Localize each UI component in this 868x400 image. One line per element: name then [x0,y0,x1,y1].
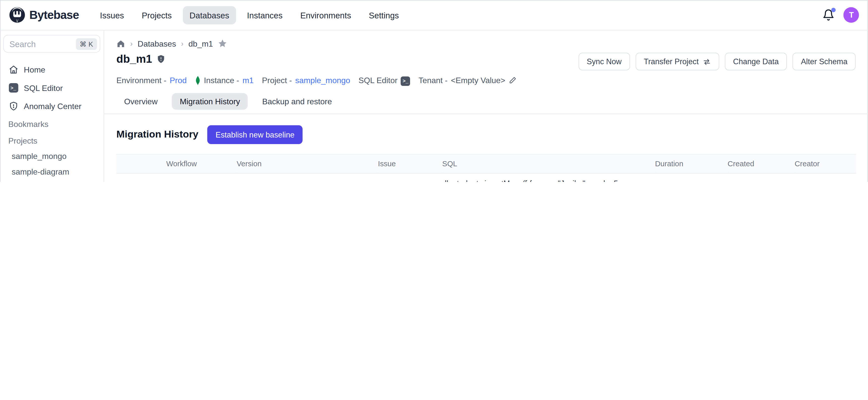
bytebase-logo-icon [9,6,26,23]
workflow-cell: UI [166,173,237,182]
breadcrumb-databases[interactable]: Databases [137,39,176,48]
sidebar-item-sample_mongo[interactable]: sample_mongo [0,149,103,164]
header-right: T [823,7,859,23]
tab-migration-history[interactable]: Migration History [172,93,248,110]
alter-schema-button[interactable]: Alter Schema [793,53,856,70]
breadcrumb: › Databases › db_m1 [104,30,868,48]
transfer-project-button[interactable]: Transfer Project [636,53,719,70]
bookmark-star-icon[interactable] [218,39,227,48]
chevron-right-icon: › [181,39,184,48]
page-title: db_m1 [116,53,152,65]
chevron-right-icon: › [130,39,133,48]
migration-table: Workflow Version Issue SQL Duration Crea… [116,154,856,182]
brand-name: Bytebase [29,8,79,22]
meta-sql-editor[interactable]: SQL Editor >_ [359,75,410,86]
bytebase-logo[interactable]: Bytebase [9,6,79,23]
status-cell: ✓ [116,173,166,182]
top-nav: IssuesProjectsDatabasesInstancesEnvironm… [93,6,405,24]
shield-alert-badge-icon [156,54,166,64]
nav-instances[interactable]: Instances [240,6,289,24]
sidebar-item-sql-editor[interactable]: >_ SQL Editor [0,79,103,97]
search-box[interactable]: ⌘ K [3,35,100,53]
col-creator: Creator [795,154,856,173]
avatar[interactable]: T [843,7,859,23]
project-link[interactable]: sample_mongo [295,76,350,85]
nav-issues[interactable]: Issues [93,6,130,24]
breadcrumb-home-icon[interactable] [116,39,125,48]
app-window: Bytebase IssuesProjectsDatabasesInstance… [0,0,868,182]
nav-databases[interactable]: Databases [183,6,236,24]
sidebar-section-projects: Projects [0,132,103,149]
nav-projects[interactable]: Projects [135,6,178,24]
nav-settings[interactable]: Settings [362,6,406,24]
shield-alert-icon [8,101,19,111]
sidebar-item-sample-pg[interactable]: sample-pg [0,180,103,182]
tab-overview[interactable]: Overview [116,93,165,110]
top-bar: Bytebase IssuesProjectsDatabasesInstance… [0,0,868,30]
terminal-icon: >_ [8,83,19,92]
col-version: Version [237,154,378,173]
database-meta: Environment - Prod Instance - m1 Project… [104,70,868,86]
col-sql: SQL [442,154,655,173]
duration-cell: a few seconds [655,173,727,182]
created-cell: 13:26 [728,173,795,182]
change-data-button[interactable]: Change Data [725,53,787,70]
edit-pencil-icon[interactable] [508,76,516,84]
migration-history-heading: Migration History [116,128,198,140]
sidebar-section-bookmarks: Bookmarks [0,115,103,132]
sync-now-button[interactable]: Sync Now [578,53,630,70]
meta-tenant: Tenant - <Empty Value> [418,76,516,85]
sidebar-item-sample-diagram[interactable]: sample-diagram [0,164,103,180]
col-status [116,154,166,173]
mongodb-leaf-icon [195,76,200,85]
search-input[interactable] [9,39,75,49]
sql-cell: db.students.insertMany([ { name: "Jacika… [442,173,655,182]
meta-project: Project - sample_mongo [262,76,350,85]
notification-bell-icon[interactable] [823,9,835,21]
issue-cell: 109 [378,173,442,182]
nav-environments[interactable]: Environments [294,6,358,24]
sidebar: ⌘ K Home >_ SQL Editor [0,30,104,182]
environment-link[interactable]: Prod [170,76,187,85]
col-created: Created [728,154,795,173]
col-duration: Duration [655,154,727,173]
table-header-row: Workflow Version Issue SQL Duration Crea… [116,154,856,173]
meta-environment: Environment - Prod [116,76,187,85]
migration-table-body: ✓UI20230111052527109db.students.insertMa… [116,173,856,182]
tab-backup-and-restore[interactable]: Backup and restore [254,93,340,110]
meta-instance: Instance - m1 [195,76,254,85]
detail-tabs: OverviewMigration HistoryBackup and rest… [104,86,868,114]
home-icon [8,65,19,74]
transfer-arrows-icon [703,57,711,66]
sidebar-item-anomaly-center[interactable]: Anomaly Center [0,97,103,115]
establish-baseline-button[interactable]: Establish new baseline [207,125,303,144]
table-row: ✓UI20230111052527109db.students.insertMa… [116,173,856,182]
terminal-icon: >_ [401,75,410,86]
creator-cell: T0 [795,173,856,182]
sidebar-item-home[interactable]: Home [0,60,103,79]
action-buttons: Sync Now Transfer Project Change Data Al… [578,53,856,70]
notification-dot [832,8,836,12]
col-issue: Issue [378,154,442,173]
search-shortcut-kbd: ⌘ K [76,38,97,50]
col-workflow: Workflow [166,154,237,173]
instance-link[interactable]: m1 [243,76,254,85]
breadcrumb-db-m1[interactable]: db_m1 [188,39,213,48]
version-cell: 20230111052527 [237,173,378,182]
